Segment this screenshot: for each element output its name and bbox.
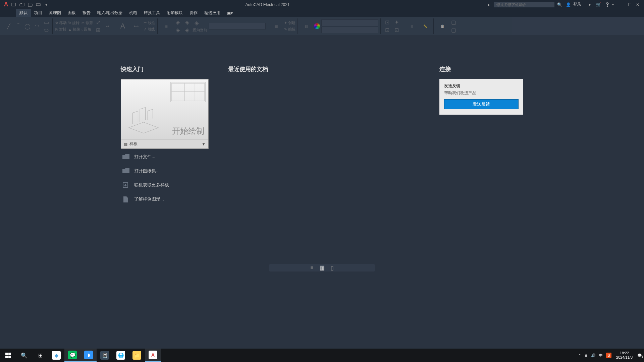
titlebar: A ▾ AutoCAD Electrical 2021 ▸ 🔍 👤 登录 ▾ 🛒… xyxy=(0,0,644,9)
layer5-icon[interactable]: ◈ xyxy=(193,19,201,27)
tray-sogou-icon[interactable]: S xyxy=(606,353,611,358)
user-icon[interactable]: 👤 xyxy=(565,1,572,8)
linear-icon[interactable]: ⊢ xyxy=(144,21,147,25)
layer4-icon[interactable]: ◈ xyxy=(183,26,191,34)
measure-icon[interactable]: 📏 xyxy=(419,19,431,34)
rect-icon[interactable]: ▭ xyxy=(42,19,50,26)
app-icon[interactable]: A xyxy=(3,1,9,8)
task-view-icon[interactable]: ⊞ xyxy=(32,349,48,362)
tab-electromech[interactable]: 机电 xyxy=(126,9,141,17)
taskbar-app-notes[interactable]: 📓 xyxy=(97,349,113,362)
block-icon[interactable]: ▦ xyxy=(271,19,283,34)
array-icon[interactable]: ⊞ xyxy=(94,26,102,34)
linetype-dropdown[interactable] xyxy=(321,19,378,26)
qat-save-icon[interactable] xyxy=(27,2,34,8)
rotate-icon[interactable]: ↻ xyxy=(68,21,71,25)
login-label[interactable]: 登录 xyxy=(573,2,581,7)
util1-icon[interactable]: ⊡ xyxy=(383,19,391,26)
edit-icon[interactable]: ✎ xyxy=(284,27,287,32)
svg-rect-0 xyxy=(12,3,15,6)
mirror-icon[interactable]: ▲ xyxy=(68,27,72,32)
qat-open-icon[interactable] xyxy=(19,2,25,8)
learn-samples-link[interactable]: 了解样例图形... xyxy=(121,193,211,205)
layer1-icon[interactable]: ◈ xyxy=(174,19,182,26)
clip2-icon[interactable]: ▢ xyxy=(450,26,458,34)
start-menu-icon[interactable] xyxy=(0,349,16,362)
stretch-icon[interactable]: ↔ xyxy=(104,22,112,30)
tab-featured[interactable]: 精选应用 xyxy=(201,9,224,17)
layer3-icon[interactable]: ◈ xyxy=(183,19,191,26)
taskbar-app-dingtalk[interactable]: ◗ xyxy=(80,349,97,362)
ellipse-icon[interactable]: ⬭ xyxy=(42,26,50,34)
taskbar-clock[interactable]: 18:22 2024/11/8 xyxy=(614,351,635,360)
text-icon[interactable]: A xyxy=(117,19,129,34)
search-taskbar-icon[interactable]: 🔍 xyxy=(16,349,32,362)
qat-print-icon[interactable] xyxy=(35,2,42,8)
search-icon[interactable]: 🔍 xyxy=(556,1,563,8)
notifications-icon[interactable]: 💬5 xyxy=(637,353,642,358)
qat-more-icon[interactable]: ▾ xyxy=(43,2,50,8)
paste-icon[interactable]: 📋 xyxy=(436,19,448,34)
clip1-icon[interactable]: ▢ xyxy=(450,19,458,26)
send-feedback-button[interactable]: 发送反馈 xyxy=(444,99,519,109)
trim-icon[interactable]: ✂ xyxy=(82,21,85,25)
cart-icon[interactable]: 🛒 xyxy=(595,1,602,8)
tab-default[interactable]: 默认 xyxy=(16,9,31,17)
search-expand-icon[interactable]: ▸ xyxy=(485,1,493,8)
properties-icon[interactable]: ▤ xyxy=(301,19,313,34)
copy-icon[interactable]: ⎘ xyxy=(55,27,58,32)
view-detail-icon[interactable]: ▯ xyxy=(330,265,334,270)
tab-convert[interactable]: 转换工具 xyxy=(141,9,163,17)
template-dropdown-icon[interactable]: ▼ xyxy=(202,142,206,146)
get-templates-link[interactable]: 联机获取更多样板 xyxy=(121,179,211,191)
tab-project[interactable]: 项目 xyxy=(31,9,46,17)
tray-monitor-icon[interactable]: 🖥 xyxy=(584,353,588,357)
leader-icon[interactable]: ↗ xyxy=(144,27,147,32)
qat-new-icon[interactable] xyxy=(11,2,17,8)
dimension-icon[interactable]: ⟷ xyxy=(130,19,142,34)
fillet-icon[interactable]: ◟ xyxy=(82,27,83,32)
tab-panel[interactable]: 面板 xyxy=(64,9,79,17)
minimize-icon[interactable]: — xyxy=(618,1,625,8)
view-list-icon[interactable]: ≡ xyxy=(310,265,314,270)
scale-icon[interactable]: ⤢ xyxy=(94,19,102,26)
tray-expand-icon[interactable]: ^ xyxy=(579,353,581,357)
line-icon[interactable]: ╱ xyxy=(5,22,13,30)
template-card[interactable]: 开始绘制 ▦样板 ▼ xyxy=(121,79,209,149)
tray-ime-icon[interactable]: 中 xyxy=(599,353,603,358)
color-icon[interactable] xyxy=(314,23,320,29)
open-sheet-link[interactable]: 打开图纸集... xyxy=(121,165,211,177)
move-icon[interactable]: ✥ xyxy=(55,21,58,25)
taskbar-app-chrome[interactable]: 🌐 xyxy=(113,349,129,362)
polyline-icon[interactable]: ⌒ xyxy=(14,22,22,30)
tray-sound-icon[interactable]: 🔊 xyxy=(591,353,596,358)
taskbar-app-autocad[interactable]: A xyxy=(145,349,161,362)
util3-icon[interactable]: ✦ xyxy=(393,19,401,26)
util2-icon[interactable]: ⊡ xyxy=(383,26,391,34)
group-icon[interactable]: ⊞ xyxy=(406,19,418,34)
layer2-icon[interactable]: ◈ xyxy=(174,26,182,34)
tab-schematic[interactable]: 原理图 xyxy=(46,9,64,17)
tab-report[interactable]: 报告 xyxy=(79,9,94,17)
maximize-icon[interactable]: ☐ xyxy=(626,1,633,8)
taskbar-app-wechat[interactable]: 💬 xyxy=(64,349,80,362)
open-file-link[interactable]: 打开文件... xyxy=(121,151,211,163)
taskbar-app-1[interactable]: ◆ xyxy=(48,349,64,362)
circle-icon[interactable]: ◯ xyxy=(23,22,32,30)
arc-icon[interactable]: ◠ xyxy=(33,22,41,30)
layer-dropdown[interactable] xyxy=(209,23,266,29)
taskbar-app-explorer[interactable]: 📁 xyxy=(129,349,145,362)
view-grid-icon[interactable]: ▦ xyxy=(320,265,324,270)
tab-options-icon[interactable]: ▣▾ xyxy=(224,10,236,16)
exchange-icon[interactable]: ▾ xyxy=(586,1,593,8)
create-icon[interactable]: ✦ xyxy=(284,21,287,25)
close-icon[interactable]: ✕ xyxy=(634,1,641,8)
lineweight-dropdown[interactable] xyxy=(321,26,378,33)
layer-icon[interactable]: ≣ xyxy=(160,19,172,34)
tab-io[interactable]: 输入/输出数据 xyxy=(94,9,126,17)
help-icon[interactable]: ❔ xyxy=(603,1,611,8)
util4-icon[interactable]: ⊡ xyxy=(393,26,401,34)
tab-addon[interactable]: 附加模块 xyxy=(163,9,186,17)
tab-collab[interactable]: 协作 xyxy=(186,9,201,17)
search-input[interactable] xyxy=(494,2,554,7)
